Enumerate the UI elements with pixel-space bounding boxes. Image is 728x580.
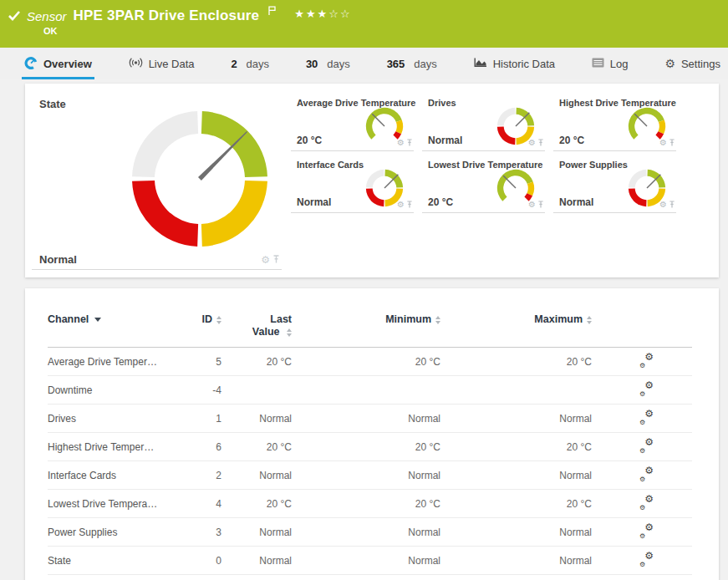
broadcast-icon xyxy=(129,57,143,71)
gear-icon[interactable]: ⚙ xyxy=(397,138,405,147)
log-icon xyxy=(592,58,604,70)
mini-gauge-grid: Average Drive Temperature 20 °C ⚙ Drives… xyxy=(291,94,676,277)
sensor-header: Sensor HPE 3PAR Drive Enclosure ★★★☆☆ OK xyxy=(0,0,728,48)
table-row[interactable]: Lowest Drive Tempera… 4 20 °C 20 °C 20 °… xyxy=(48,490,692,518)
sensor-tab-bar: Overview Live Data 2days 30days 365days … xyxy=(0,48,728,79)
pin-icon[interactable] xyxy=(406,201,413,209)
channel-settings-icon[interactable]: ⚙⚙ xyxy=(639,496,654,510)
gauge-icon xyxy=(24,56,38,72)
sort-desc-caret-icon xyxy=(94,318,101,322)
table-header-row: Channel ID Last Value Minimum Maximum xyxy=(48,313,692,348)
gear-icon[interactable]: ⚙ xyxy=(659,138,667,147)
tile-value: 20 °C xyxy=(297,135,322,146)
column-header-last-value[interactable]: Last Value xyxy=(221,313,292,348)
table-row[interactable]: Average Drive Temper… 5 20 °C 20 °C 20 °… xyxy=(48,348,692,376)
sensor-status-badge: OK xyxy=(43,26,728,36)
tab-365-days[interactable]: 365days xyxy=(384,48,440,79)
tile-drives[interactable]: Drives Normal ⚙ xyxy=(422,94,545,151)
tab-30-days[interactable]: 30days xyxy=(303,48,353,79)
tile-average-drive-temperature[interactable]: Average Drive Temperature 20 °C ⚙ xyxy=(291,94,414,151)
pin-icon[interactable] xyxy=(272,255,280,264)
tile-value: Normal xyxy=(428,135,462,146)
state-gauge-tile: State Normal ⚙ xyxy=(32,94,282,270)
gear-icon[interactable]: ⚙ xyxy=(397,200,405,209)
tile-value: Normal xyxy=(559,196,593,208)
channel-table-panel: Channel ID Last Value Minimum Maximum xyxy=(25,288,719,580)
channel-settings-icon[interactable]: ⚙⚙ xyxy=(639,524,654,538)
tab-overview[interactable]: Overview xyxy=(22,48,94,79)
flag-icon[interactable] xyxy=(268,4,276,19)
tile-lowest-drive-temperature[interactable]: Lowest Drive Temperature 20 °C ⚙ xyxy=(422,155,545,213)
gear-icon[interactable]: ⚙ xyxy=(261,254,270,266)
pin-icon[interactable] xyxy=(537,201,544,209)
priority-star-rating[interactable]: ★★★☆☆ xyxy=(294,8,351,20)
tile-interface-cards[interactable]: Interface Cards Normal ⚙ xyxy=(291,155,414,213)
column-header-minimum[interactable]: Minimum xyxy=(292,313,440,348)
column-header-actions xyxy=(592,313,692,348)
channel-settings-icon[interactable]: ⚙⚙ xyxy=(639,410,654,425)
historic-chart-icon xyxy=(474,57,487,70)
tab-2-days[interactable]: 2days xyxy=(228,48,272,79)
gear-icon[interactable]: ⚙ xyxy=(528,138,536,147)
table-row[interactable]: Highest Drive Temper… 6 20 °C 20 °C 20 °… xyxy=(48,433,692,461)
tile-power-supplies[interactable]: Power Supplies Normal ⚙ xyxy=(553,155,676,213)
tab-live-data[interactable]: Live Data xyxy=(126,48,197,79)
column-header-maximum[interactable]: Maximum xyxy=(440,313,592,348)
tile-value: 20 °C xyxy=(559,135,584,146)
pin-icon[interactable] xyxy=(669,139,675,147)
table-row[interactable]: State 0 Normal Normal Normal ⚙⚙ xyxy=(48,547,692,575)
table-row[interactable]: Drives 1 Normal Normal Normal ⚙⚙ xyxy=(48,404,692,433)
tab-log[interactable]: Log xyxy=(589,48,631,79)
column-header-id[interactable]: ID xyxy=(173,313,221,348)
tile-value: 20 °C xyxy=(428,196,453,208)
tab-historic-data[interactable]: Historic Data xyxy=(471,48,557,79)
channel-settings-icon[interactable]: ⚙⚙ xyxy=(639,439,654,453)
sort-icon xyxy=(587,316,592,324)
channel-settings-icon[interactable]: ⚙⚙ xyxy=(639,354,654,368)
sensor-title: HPE 3PAR Drive Enclosure xyxy=(74,8,260,24)
state-value: Normal xyxy=(39,253,77,266)
sort-icon xyxy=(287,328,292,337)
gauges-panel: State Normal ⚙ Average Drive Temperature xyxy=(25,84,719,277)
table-row[interactable]: Power Supplies 3 Normal Normal Normal ⚙⚙ xyxy=(48,518,692,547)
channel-settings-icon[interactable]: ⚙⚙ xyxy=(639,467,654,481)
tab-settings[interactable]: ⚙ Settings xyxy=(662,48,723,79)
gear-icon: ⚙ xyxy=(664,57,675,70)
sensor-kind-label: Sensor xyxy=(27,9,67,23)
channel-table: Channel ID Last Value Minimum Maximum xyxy=(48,313,692,575)
tile-highest-drive-temperature[interactable]: Highest Drive Temperature 20 °C ⚙ xyxy=(553,94,676,151)
pin-icon[interactable] xyxy=(669,201,675,209)
pin-icon[interactable] xyxy=(537,139,544,147)
channel-settings-icon[interactable]: ⚙⚙ xyxy=(639,552,654,567)
gear-icon[interactable]: ⚙ xyxy=(659,200,667,209)
table-row[interactable]: Interface Cards 2 Normal Normal Normal ⚙… xyxy=(48,461,692,490)
sort-icon xyxy=(216,316,221,324)
tile-value: Normal xyxy=(297,196,331,208)
ok-check-icon xyxy=(8,11,20,21)
table-row[interactable]: Downtime -4 ⚙⚙ xyxy=(48,376,692,404)
gear-icon[interactable]: ⚙ xyxy=(528,200,536,209)
pin-icon[interactable] xyxy=(406,139,413,147)
sort-icon xyxy=(435,316,440,324)
column-header-channel[interactable]: Channel xyxy=(48,313,173,348)
channel-settings-icon[interactable]: ⚙⚙ xyxy=(639,382,654,396)
state-gauge xyxy=(129,108,271,253)
